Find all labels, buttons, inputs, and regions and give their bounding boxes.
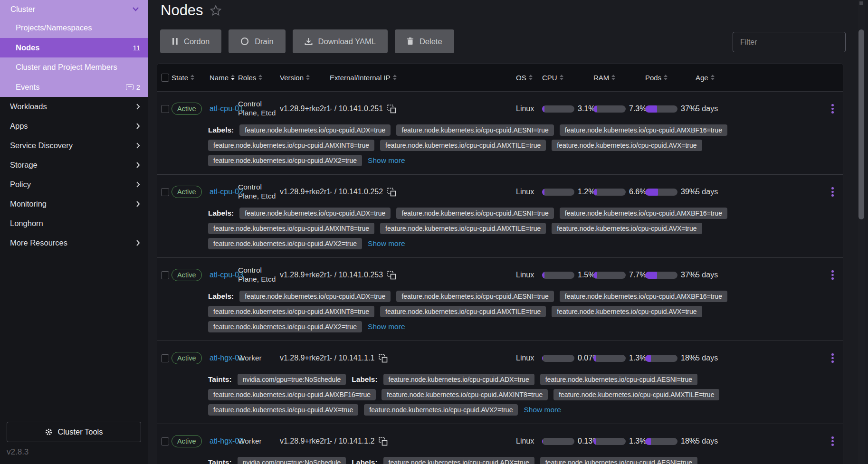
column-header-name[interactable]: Name — [210, 74, 238, 82]
cordon-button[interactable]: Cordon — [160, 29, 221, 53]
scrollbar[interactable] — [858, 0, 865, 464]
node-roles: Worker — [238, 354, 280, 363]
row-checkbox[interactable] — [161, 271, 169, 279]
pods-usage-bar — [645, 189, 677, 196]
count-badge: 2 — [136, 83, 140, 91]
row-checkbox[interactable] — [161, 105, 169, 113]
sidebar-item-policy[interactable]: Policy — [0, 175, 148, 194]
show-more-link[interactable]: Show more — [368, 156, 405, 165]
label-badge: feature.node.kubernetes.io/cpu-cpuid.AVX… — [208, 155, 362, 166]
sidebar-item-events[interactable]: Events 2 — [0, 77, 148, 97]
cluster-tools-button[interactable]: Cluster Tools — [7, 422, 141, 442]
column-header-os[interactable]: OS — [516, 74, 542, 82]
copy-icon[interactable] — [379, 437, 388, 446]
label-badge: feature.node.kubernetes.io/cpu-cpuid.AES… — [396, 124, 553, 136]
app-version: v2.8.3 — [7, 447, 29, 457]
cluster-group-label: Cluster — [10, 5, 35, 14]
column-header-external-internal-ip[interactable]: External/Internal IP — [330, 74, 516, 82]
node-version: v1.28.9+rke2r1 — [280, 271, 330, 279]
row-actions-menu-icon[interactable] — [830, 268, 836, 282]
column-header-pods[interactable]: Pods — [645, 74, 696, 82]
cpu-usage-bar — [542, 105, 574, 113]
sidebar-item-apps[interactable]: Apps — [0, 116, 148, 136]
column-header-version[interactable]: Version — [280, 74, 330, 82]
sidebar-item-nodes[interactable]: Nodes 11 — [0, 38, 148, 58]
table-row: Active atl-cpu-01 Control Plane, Etcd v1… — [157, 92, 843, 174]
sidebar: Cluster Projects/Namespaces Nodes 11 Clu… — [0, 0, 148, 464]
sidebar-item-monitoring[interactable]: Monitoring — [0, 194, 148, 214]
delete-button[interactable]: Delete — [395, 29, 454, 53]
cpu-usage: 0.07% — [542, 354, 593, 362]
sidebar-item-storage[interactable]: Storage — [0, 155, 148, 175]
sort-carets-icon — [611, 75, 615, 80]
row-actions-menu-icon[interactable] — [830, 185, 836, 199]
label-badge: feature.node.kubernetes.io/cpu-cpuid.AVX… — [552, 306, 702, 317]
cluster-tools-label: Cluster Tools — [57, 427, 103, 436]
show-more-link[interactable]: Show more — [368, 239, 405, 248]
node-ip: - / 10.141.0.252 — [330, 188, 516, 197]
pods-usage: 39% — [645, 188, 696, 196]
tag-prefix: Labels: — [352, 375, 377, 384]
count-badge: 11 — [133, 44, 140, 52]
status-badge: Active — [172, 269, 202, 281]
row-checkbox[interactable] — [161, 437, 169, 445]
label-badge: feature.node.kubernetes.io/cpu-cpuid.AMX… — [208, 140, 374, 151]
scrollbar-thumb[interactable] — [858, 29, 864, 219]
show-more-link[interactable]: Show more — [524, 406, 561, 414]
copy-icon[interactable] — [387, 271, 396, 280]
sidebar-item-more-resources[interactable]: More Resources — [0, 233, 148, 253]
scrollbar-up-arrow[interactable] — [859, 1, 863, 5]
page-title: Nodes — [161, 2, 203, 19]
show-more-link[interactable]: Show more — [368, 322, 405, 331]
cpu-usage-bar — [542, 189, 574, 196]
sidebar-item-service-discovery[interactable]: Service Discovery — [0, 136, 148, 155]
row-actions-menu-icon[interactable] — [830, 435, 836, 448]
ram-usage: 7.3% — [593, 104, 645, 113]
sidebar-item-workloads[interactable]: Workloads — [0, 97, 148, 116]
sort-carets-icon — [393, 75, 397, 80]
cpu-usage: 1.5% — [542, 271, 593, 279]
column-header-cpu[interactable]: CPU — [542, 74, 593, 82]
download-icon — [305, 38, 313, 46]
events-icon — [126, 84, 134, 90]
cpu-usage-bar — [542, 438, 574, 445]
column-header-ram[interactable]: RAM — [593, 74, 645, 82]
label-badge: feature.node.kubernetes.io/cpu-cpuid.AVX… — [552, 223, 702, 234]
sort-carets-icon — [711, 75, 715, 80]
sidebar-group-cluster[interactable]: Cluster — [0, 0, 148, 18]
row-actions-menu-icon[interactable] — [830, 351, 836, 365]
sidebar-item-projects-namespaces[interactable]: Projects/Namespaces — [0, 18, 148, 38]
gear-icon — [45, 428, 53, 436]
column-header-state[interactable]: State — [172, 74, 210, 82]
tag-prefix: Labels: — [208, 126, 234, 134]
node-age: 5 days — [696, 104, 822, 113]
tag-prefix: Taints: — [208, 458, 232, 464]
row-checkbox[interactable] — [161, 188, 169, 196]
chevron-right-icon — [136, 200, 140, 208]
label-badge: nvidia.com/gpu=true:NoSchedule — [238, 457, 346, 464]
label-badge: feature.node.kubernetes.io/cpu-cpuid.ADX… — [383, 457, 534, 464]
chevron-right-icon — [136, 142, 140, 149]
sidebar-item-longhorn[interactable]: Longhorn — [0, 214, 148, 233]
ram-usage-bar — [593, 355, 626, 362]
row-checkbox[interactable] — [161, 354, 169, 362]
copy-icon[interactable] — [387, 188, 396, 197]
copy-icon[interactable] — [387, 104, 396, 114]
select-all-checkbox[interactable] — [161, 74, 169, 82]
column-header-roles[interactable]: Roles — [238, 74, 280, 82]
cpu-usage: 3.1% — [542, 104, 593, 113]
node-os: Linux — [516, 354, 542, 362]
table-header: State Name Roles Version External/Intern… — [157, 64, 843, 92]
filter-input[interactable] — [733, 32, 846, 52]
drain-button[interactable]: Drain — [229, 29, 285, 53]
star-icon[interactable] — [210, 4, 222, 17]
column-header-age[interactable]: Age — [696, 74, 822, 82]
label-badge: feature.node.kubernetes.io/cpu-cpuid.AMX… — [380, 140, 546, 151]
sort-carets-icon — [191, 75, 194, 80]
sidebar-item-cluster-and-project-members[interactable]: Cluster and Project Members — [0, 57, 148, 77]
download-yaml-button[interactable]: Download YAML — [293, 29, 388, 53]
ram-usage: 1.3% — [593, 437, 645, 445]
node-version: v1.28.9+rke2r1 — [280, 354, 330, 362]
row-actions-menu-icon[interactable] — [830, 102, 836, 115]
copy-icon[interactable] — [379, 354, 388, 363]
